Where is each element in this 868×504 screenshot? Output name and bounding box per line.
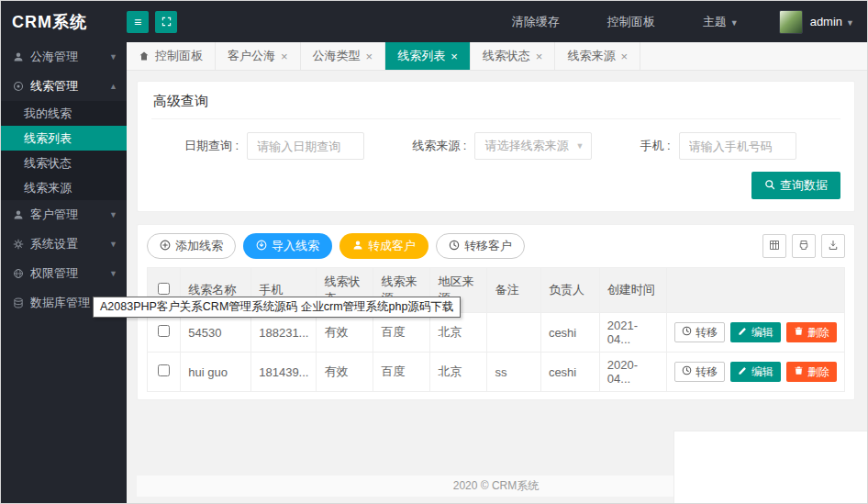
print-button[interactable]	[792, 234, 816, 258]
close-icon[interactable]: ×	[366, 50, 373, 62]
edit-label: 编辑	[751, 325, 773, 341]
tab-customer-pool[interactable]: 客户公海 ×	[216, 42, 301, 70]
collapse-sidebar-button[interactable]: ≡	[127, 11, 149, 33]
row-checkbox[interactable]	[158, 364, 170, 376]
username-label: admin	[810, 15, 842, 28]
sidebar-subitem-lead-source[interactable]: 线索来源	[1, 175, 127, 200]
close-icon[interactable]: ×	[536, 50, 543, 62]
sidebar-item-kehu[interactable]: 客户管理 ▼	[1, 200, 127, 230]
chevron-up-icon: ▲	[109, 82, 117, 91]
delete-row-button[interactable]: 删除	[786, 362, 837, 382]
fullscreen-button[interactable]	[155, 11, 177, 33]
sidebar-subitem-lead-status[interactable]: 线索状态	[1, 151, 127, 175]
sidebar-item-gonghai[interactable]: 公海管理 ▼	[1, 42, 127, 72]
toolbar-buttons: 添加线索 导入线索 转成客户 转移客户	[147, 233, 525, 259]
sidebar-item-label: 公海管理	[30, 49, 106, 65]
sidebar-item-xitong[interactable]: 系统设置 ▼	[1, 230, 127, 259]
grid-icon	[769, 240, 780, 253]
row-actions: 转移 编辑 删除	[674, 322, 837, 342]
phone-input[interactable]	[679, 132, 796, 160]
close-icon[interactable]: ×	[281, 50, 288, 62]
transfer-row-button[interactable]: 转移	[674, 322, 725, 342]
export-button[interactable]	[821, 234, 845, 258]
database-icon	[13, 297, 30, 308]
sidebar-item-label: 客户管理	[30, 207, 106, 223]
chevron-down-icon: ▼	[109, 240, 117, 249]
tab-pool-type[interactable]: 公海类型 ×	[301, 42, 386, 70]
transfer-row-button[interactable]: 转移	[674, 362, 725, 382]
lead-table: 线索名称 手机 线索状态 线索来源 地区来源 备注 负责人 创建时间 545	[147, 267, 845, 392]
header-actions: 清除缓存 控制面板 主题▼ admin▼	[488, 10, 867, 34]
sidebar-item-quanxian[interactable]: 权限管理 ▼	[1, 259, 127, 288]
theme-dropdown[interactable]: 主题▼	[679, 14, 762, 30]
tab-dashboard[interactable]: 控制面板	[127, 42, 216, 70]
transfer-customer-button[interactable]: 转移客户	[436, 233, 525, 259]
date-query-input[interactable]	[247, 132, 364, 160]
cell-owner: ceshi	[540, 353, 599, 392]
select-placeholder: 请选择线索来源	[484, 138, 568, 154]
lead-source-select[interactable]: 请选择线索来源 ▼	[474, 132, 592, 160]
delete-label: 删除	[807, 364, 829, 380]
clear-cache-link[interactable]: 清除缓存	[488, 14, 584, 30]
row-checkbox[interactable]	[158, 325, 170, 337]
top-header: CRM系统 ≡ 清除缓存 控制面板 主题▼ admin▼	[1, 1, 867, 42]
crm-app: CRM系统 ≡ 清除缓存 控制面板 主题▼ admin▼ 公海管理 ▼ 线索管理…	[0, 0, 868, 504]
import-leads-label: 导入线索	[272, 238, 319, 254]
cell-remark: ss	[487, 353, 540, 392]
panel-title: 高级查询	[151, 91, 840, 119]
convert-customer-button[interactable]: 转成客户	[339, 233, 428, 259]
sidebar-item-label: 线索管理	[30, 78, 106, 95]
user-icon	[13, 51, 30, 62]
column-header-actions	[667, 268, 845, 313]
select-all-checkbox[interactable]	[158, 283, 170, 295]
hamburger-icon: ≡	[134, 15, 141, 29]
lead-source-field: 线索来源 : 请选择线索来源 ▼	[412, 132, 592, 160]
edit-row-button[interactable]: 编辑	[730, 322, 781, 342]
close-icon[interactable]: ×	[451, 50, 458, 62]
blank-overlay	[673, 431, 867, 503]
tab-lead-status[interactable]: 线索状态 ×	[471, 42, 556, 70]
edit-row-button[interactable]: 编辑	[730, 362, 781, 382]
table-row: 54530 188231... 有效 百度 北京 ceshi 2021-04..…	[148, 313, 845, 353]
tab-bar: 控制面板 客户公海 × 公海类型 × 线索列表 × 线索状态 × 线索来源 ×	[127, 42, 867, 71]
tab-label: 线索状态	[483, 48, 530, 64]
tab-lead-list[interactable]: 线索列表 ×	[385, 42, 471, 70]
add-lead-button[interactable]: 添加线索	[147, 233, 236, 259]
cell-status: 有效	[317, 313, 373, 353]
sidebar-subitem-my-leads[interactable]: 我的线索	[1, 101, 127, 126]
sidebar-item-xiansuo[interactable]: 线索管理 ▲	[1, 72, 127, 101]
user-icon	[352, 240, 363, 253]
phone-label: 手机 :	[640, 138, 670, 154]
tab-label: 客户公海	[228, 48, 275, 64]
tab-label: 公海类型	[313, 48, 361, 64]
row-actions: 转移 编辑 删除	[674, 362, 837, 382]
control-panel-link[interactable]: 控制面板	[584, 14, 679, 30]
phone-field: 手机 :	[640, 132, 796, 160]
sidebar-subitem-lead-list[interactable]: 线索列表	[1, 126, 127, 151]
chevron-down-icon: ▼	[846, 18, 854, 28]
user-icon	[13, 209, 30, 220]
target-icon	[13, 81, 30, 92]
cell-name: hui guo	[181, 353, 251, 392]
import-leads-button[interactable]: 导入线索	[243, 233, 332, 259]
globe-icon	[13, 268, 30, 279]
search-data-button[interactable]: 查询数据	[751, 172, 840, 199]
tab-lead-source[interactable]: 线索来源 ×	[555, 42, 640, 70]
cell-region: 北京	[430, 353, 487, 392]
theme-label: 主题	[703, 15, 727, 28]
avatar[interactable]	[779, 10, 803, 34]
printer-icon	[798, 240, 809, 253]
cell-created: 2020-04...	[599, 353, 666, 392]
user-menu[interactable]: admin▼	[810, 15, 854, 28]
filter-columns-button[interactable]	[762, 234, 786, 258]
close-icon[interactable]: ×	[620, 50, 628, 62]
cell-source: 百度	[373, 353, 430, 392]
subitem-label: 线索列表	[24, 130, 72, 147]
search-icon	[764, 179, 775, 193]
delete-row-button[interactable]: 删除	[786, 322, 837, 342]
cell-owner: ceshi	[540, 313, 599, 353]
gear-icon	[13, 239, 30, 250]
cell-region: 北京	[430, 313, 487, 353]
chevron-down-icon: ▼	[109, 269, 117, 278]
query-form: 日期查询 : 线索来源 : 请选择线索来源 ▼ 手机 :	[151, 119, 840, 160]
